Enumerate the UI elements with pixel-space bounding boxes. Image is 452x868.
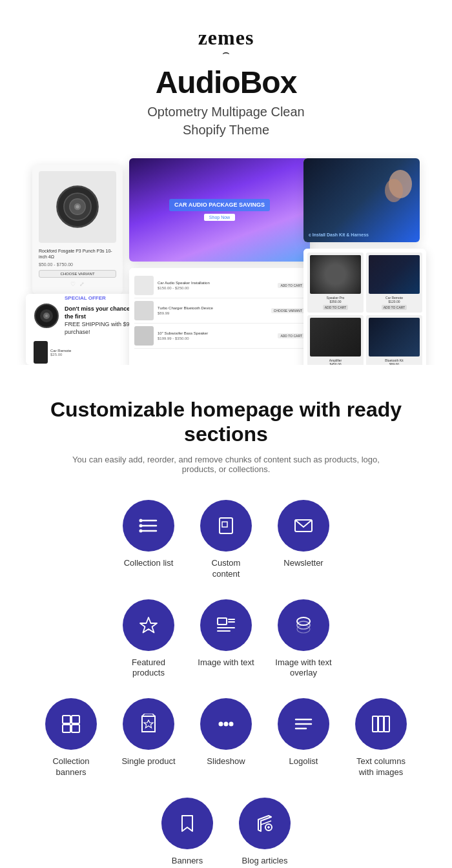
svg-point-16	[140, 530, 142, 532]
svg-point-35	[225, 723, 228, 726]
svg-rect-40	[373, 716, 378, 732]
section-item-blog-articles[interactable]: Blog articles	[226, 798, 303, 867]
row-3: Collection banners Single product Slides…	[26, 698, 426, 791]
logolist-label: Logolist	[289, 756, 318, 767]
image-text-overlay-label: Image with text overlay	[274, 657, 333, 679]
svg-rect-29	[63, 716, 70, 723]
product-card: Rockford Fosgate P3 Punch P3s 10-inch 4Ω…	[32, 165, 123, 294]
subtitle: Optometry Multipage CleanShopify Theme	[13, 103, 439, 139]
single-product-label: Single product	[121, 756, 175, 767]
product-list-card: Car Audio Speaker Installation $150.00 -…	[129, 268, 310, 365]
collection-banners-label: Collection banners	[42, 756, 100, 778]
svg-rect-41	[378, 716, 384, 732]
svg-rect-17	[220, 518, 232, 533]
product-name: AudioBox	[13, 65, 439, 100]
logolist-circle	[278, 698, 329, 750]
svg-marker-20	[140, 617, 157, 633]
header-section: zemes ⌢ AudioBox Optometry Multipage Cle…	[0, 0, 452, 145]
svg-rect-31	[63, 725, 70, 732]
products-grid-card: Speaker Pro$350.00 ADD TO CART Car Remot…	[303, 249, 426, 365]
collection-list-label: Collection list	[124, 558, 174, 569]
section-item-custom-content[interactable]: Custom content	[187, 500, 265, 580]
collection-banners-circle	[45, 698, 97, 750]
text-columns-images-label: Text columns with images	[352, 756, 410, 778]
svg-point-10	[45, 315, 48, 317]
featured-products-circle	[123, 599, 174, 651]
choose-variant-btn[interactable]: CHOOSE VARIANT	[39, 270, 116, 278]
collection-list-circle	[123, 500, 174, 552]
banners-circle	[161, 798, 213, 849]
svg-marker-33	[144, 720, 153, 728]
image-text-overlay-circle	[278, 599, 329, 651]
single-product-circle	[123, 698, 174, 750]
product-price: $50.00 - $750.00	[39, 262, 116, 267]
customizable-desc: You can easily add, reorder, and remove …	[71, 455, 381, 474]
section-item-image-with-text[interactable]: Image with text	[187, 599, 265, 668]
section-item-banners[interactable]: Banners	[149, 798, 226, 867]
svg-rect-18	[222, 522, 227, 527]
row-1: Collection list Custom content Newslette…	[26, 500, 426, 593]
section-item-logolist[interactable]: Logolist	[265, 698, 342, 767]
section-item-featured-products[interactable]: Featured products	[110, 599, 187, 679]
image-with-text-circle	[200, 599, 252, 651]
row-4: Banners Blog articles	[26, 798, 426, 868]
custom-content-label: Custom content	[197, 558, 255, 580]
customizable-section: Customizable homepage with ready section…	[0, 365, 452, 487]
install-title: c Install Dash Kit & Harness	[309, 232, 415, 237]
blog-articles-circle	[239, 798, 291, 849]
svg-point-15	[140, 524, 142, 526]
collage-section: Rockford Fosgate P3 Punch P3s 10-inch 4Ω…	[0, 145, 452, 365]
banners-label: Banners	[172, 856, 203, 867]
svg-point-36	[230, 723, 233, 726]
svg-rect-42	[384, 716, 389, 732]
section-item-text-columns-images[interactable]: Text columns with images	[342, 698, 420, 778]
svg-point-14	[140, 519, 142, 521]
row-2: Featured products Image with text Image …	[26, 599, 426, 692]
svg-point-34	[220, 723, 223, 726]
banner-text: CAR AUDIO PACKAGE SAVINGS	[169, 199, 270, 212]
section-item-collection-list[interactable]: Collection list	[110, 500, 187, 569]
image-with-text-label: Image with text	[198, 657, 254, 668]
section-item-slideshow[interactable]: Slideshow	[187, 698, 265, 767]
newsletter-circle	[278, 500, 329, 552]
section-item-single-product[interactable]: Single product	[110, 698, 187, 767]
blog-articles-label: Blog articles	[242, 856, 288, 867]
slideshow-label: Slideshow	[207, 756, 245, 767]
svg-rect-21	[218, 618, 227, 625]
car-interior-card: CAR AUDIO PACKAGE SAVINGS Shop Now	[129, 158, 310, 262]
svg-rect-30	[72, 716, 79, 723]
section-item-image-text-overlay[interactable]: Image with text overlay	[265, 599, 342, 679]
custom-content-circle	[200, 500, 252, 552]
customizable-title: Customizable homepage with ready section…	[26, 397, 426, 447]
section-item-newsletter[interactable]: Newsletter	[265, 500, 342, 569]
slideshow-circle	[200, 698, 252, 750]
product-title: Rockford Fosgate P3 Punch P3s 10-inch 4Ω	[39, 248, 116, 260]
svg-point-4	[76, 205, 79, 209]
text-columns-images-circle	[355, 698, 407, 750]
newsletter-label: Newsletter	[283, 558, 323, 569]
svg-point-6	[385, 179, 403, 202]
featured-products-label: Featured products	[119, 657, 178, 679]
logo-smile: ⌢	[13, 46, 439, 59]
section-item-collection-banners[interactable]: Collection banners	[32, 698, 110, 778]
banner-btn[interactable]: Shop Now	[204, 214, 235, 221]
sections-grid: Collection list Custom content Newslette…	[0, 487, 452, 868]
svg-rect-32	[72, 725, 79, 732]
dashboard-card: c Install Dash Kit & Harness	[303, 158, 420, 242]
